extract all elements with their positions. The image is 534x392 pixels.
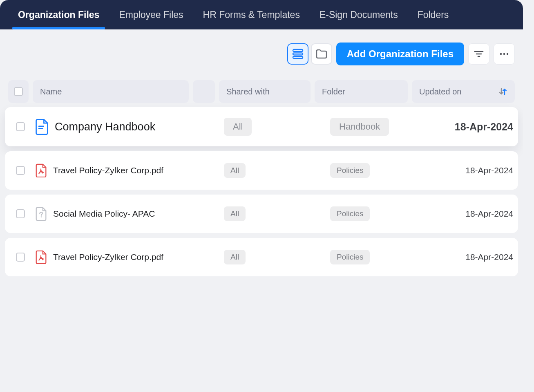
shared-tag: All	[224, 250, 246, 264]
tab-employee-files[interactable]: Employee Files	[119, 1, 183, 29]
filter-icon	[474, 50, 484, 58]
updated-date: 18-Apr-2024	[465, 252, 513, 262]
shared-tag: All	[224, 118, 252, 136]
file-name: Company Handbook	[55, 121, 155, 133]
tab-label: Folders	[418, 9, 449, 20]
tab-folders[interactable]: Folders	[418, 1, 449, 29]
tab-esign[interactable]: E-Sign Documents	[320, 1, 398, 29]
row-checkbox[interactable]	[16, 253, 25, 262]
svg-rect-2	[293, 56, 303, 58]
table-row[interactable]: Social Media Policy- APAC All Policies 1…	[5, 195, 518, 233]
svg-point-6	[500, 53, 502, 55]
filter-button[interactable]	[468, 43, 489, 65]
folder-tag: Policies	[330, 250, 370, 264]
document-file-icon	[35, 119, 49, 135]
row-checkbox[interactable]	[16, 166, 25, 175]
header-label: Updated on	[419, 87, 461, 96]
svg-point-11	[41, 216, 42, 217]
shared-tag: All	[224, 206, 246, 221]
header-checkbox	[8, 80, 29, 103]
tab-label: E-Sign Documents	[320, 9, 398, 20]
header-label: Folder	[322, 87, 345, 96]
list-icon	[292, 49, 304, 59]
folder-tag: Policies	[330, 163, 370, 178]
tab-label: HR Forms & Templates	[203, 9, 300, 20]
more-horizontal-icon	[499, 52, 509, 56]
header-shared[interactable]: Shared with	[219, 80, 311, 103]
pdf-file-icon	[35, 250, 47, 264]
add-organization-files-button[interactable]: Add Organization Files	[336, 43, 464, 65]
view-switch	[287, 43, 332, 65]
folder-tag: Handbook	[330, 118, 389, 136]
folder-view-button[interactable]	[311, 43, 332, 65]
file-name: Social Media Policy- APAC	[53, 209, 155, 219]
updated-date: 18-Apr-2024	[455, 121, 513, 132]
row-checkbox[interactable]	[16, 122, 25, 131]
tab-label: Employee Files	[119, 9, 183, 20]
unknown-file-icon	[35, 207, 47, 221]
table-row[interactable]: Travel Policy-Zylker Corp.pdf All Polici…	[5, 238, 518, 276]
table-row[interactable]: Travel Policy-Zylker Corp.pdf All Polici…	[5, 151, 518, 190]
toolbar: Add Organization Files	[0, 29, 523, 71]
tab-label: Organization Files	[18, 9, 99, 20]
more-button[interactable]	[494, 43, 515, 65]
updated-date: 18-Apr-2024	[465, 166, 513, 175]
svg-point-8	[507, 53, 508, 55]
sort-icon	[498, 87, 507, 96]
button-label: Add Organization Files	[347, 48, 454, 59]
shared-tag: All	[224, 163, 246, 178]
file-name: Travel Policy-Zylker Corp.pdf	[53, 166, 163, 175]
folder-tag: Policies	[330, 206, 370, 221]
tab-organization-files[interactable]: Organization Files	[18, 1, 99, 29]
svg-point-7	[503, 53, 505, 55]
svg-rect-1	[293, 53, 303, 55]
tab-hr-forms[interactable]: HR Forms & Templates	[203, 1, 300, 29]
row-checkbox[interactable]	[16, 209, 25, 218]
header-spacer	[193, 80, 215, 103]
file-rows: Company Handbook All Handbook 18-Apr-202…	[0, 103, 523, 280]
pdf-file-icon	[35, 164, 47, 177]
header-label: Shared with	[226, 87, 270, 96]
file-name: Travel Policy-Zylker Corp.pdf	[53, 252, 163, 262]
header-label: Name	[40, 87, 62, 96]
header-updated[interactable]: Updated on	[412, 80, 515, 103]
updated-date: 18-Apr-2024	[465, 209, 513, 218]
list-view-button[interactable]	[287, 43, 308, 65]
select-all-checkbox[interactable]	[14, 87, 23, 96]
table-row[interactable]: Company Handbook All Handbook 18-Apr-202…	[5, 107, 518, 146]
top-nav: Organization Files Employee Files HR For…	[0, 0, 523, 29]
folder-icon	[315, 49, 328, 59]
column-headers: Name Shared with Folder Updated on	[0, 80, 523, 103]
header-name[interactable]: Name	[33, 80, 189, 103]
svg-rect-0	[293, 49, 303, 52]
header-folder[interactable]: Folder	[315, 80, 408, 103]
